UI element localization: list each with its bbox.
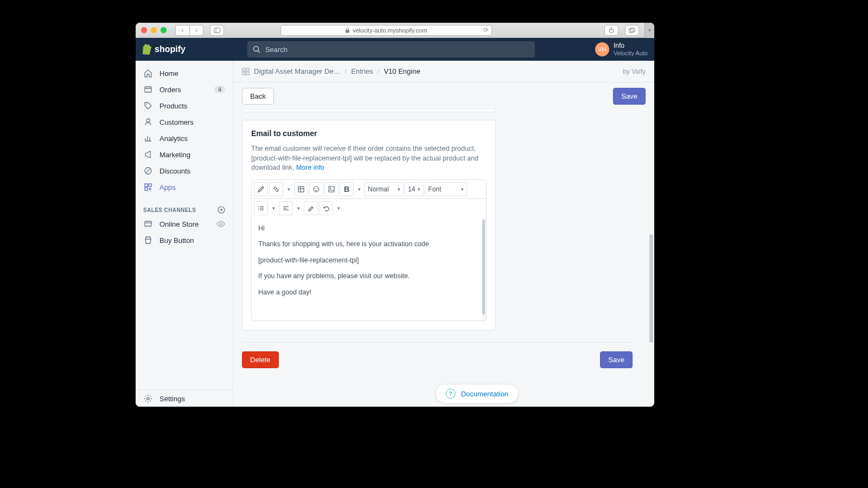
sidebar-toggle-button[interactable] xyxy=(210,25,224,36)
svg-rect-6 xyxy=(630,28,635,31)
customers-icon xyxy=(143,117,153,127)
shopify-logo[interactable]: shopify xyxy=(142,44,186,55)
back-button[interactable]: Back xyxy=(242,88,274,105)
share-icon xyxy=(609,27,614,33)
back-button[interactable]: ‹ xyxy=(175,25,189,36)
tabs-button[interactable] xyxy=(625,25,639,36)
reload-icon[interactable]: ⟳ xyxy=(483,27,488,34)
svg-rect-9 xyxy=(145,87,151,92)
divider xyxy=(242,342,633,343)
size-select[interactable]: 14 xyxy=(405,182,424,196)
home-icon xyxy=(143,68,153,78)
undo-tool[interactable] xyxy=(319,201,333,215)
buy-button-icon xyxy=(143,235,153,245)
online-store-icon xyxy=(143,219,153,229)
sidebar-item-customers[interactable]: Customers xyxy=(136,114,233,130)
emoji-tool[interactable] xyxy=(309,182,323,196)
sidebar-icon xyxy=(214,28,220,33)
breadcrumb-sep: / xyxy=(345,67,347,75)
app-topbar: shopify VH Info Velocity Auto xyxy=(136,38,654,61)
user-menu[interactable]: VH Info Velocity Auto xyxy=(595,42,648,56)
tabs-icon xyxy=(629,28,635,33)
discounts-icon xyxy=(143,166,153,176)
svg-point-30 xyxy=(258,206,259,207)
documentation-button[interactable]: ? Documentation xyxy=(436,384,519,403)
font-select[interactable]: Font xyxy=(425,182,467,196)
main-content: Digital Asset Manager De… / Entries / V1… xyxy=(233,61,654,407)
main-scrollbar[interactable] xyxy=(649,234,653,343)
minimize-window-icon[interactable] xyxy=(151,27,157,33)
more-info-link[interactable]: More info xyxy=(296,164,324,171)
body-split: Home Orders 4 Products Customers A xyxy=(136,61,654,407)
bold-dropdown-icon[interactable]: ▾ xyxy=(355,182,363,196)
clear-format-tool[interactable] xyxy=(304,201,318,215)
new-tab-button[interactable]: + xyxy=(644,23,654,38)
sidebar-item-home[interactable]: Home xyxy=(136,65,233,81)
email-line: Hi xyxy=(258,224,475,234)
svg-rect-13 xyxy=(145,184,148,187)
edit-tool[interactable] xyxy=(254,182,268,196)
close-window-icon[interactable] xyxy=(141,27,147,33)
bold-tool[interactable]: B xyxy=(340,182,354,196)
save-button[interactable]: Save xyxy=(613,88,646,105)
user-text: Info Velocity Auto xyxy=(614,42,648,56)
sidebar-item-analytics[interactable]: Analytics xyxy=(136,130,233,146)
save-button-bottom[interactable]: Save xyxy=(600,351,633,368)
link-dropdown-icon[interactable]: ▾ xyxy=(284,182,293,196)
sidebar-item-orders[interactable]: Orders 4 xyxy=(136,81,233,98)
breadcrumb-sep: / xyxy=(378,67,380,75)
sidebar-item-online-store[interactable]: Online Store xyxy=(136,216,233,232)
apps-icon xyxy=(143,182,153,192)
sidebar-item-label: Products xyxy=(159,102,187,110)
maximize-window-icon[interactable] xyxy=(161,27,167,33)
link-tool[interactable] xyxy=(269,182,283,196)
marketing-icon xyxy=(143,150,153,159)
align-tool[interactable] xyxy=(279,201,293,215)
help-icon: ? xyxy=(446,389,456,399)
svg-rect-21 xyxy=(246,68,249,71)
delete-button[interactable]: Delete xyxy=(242,351,279,368)
avatar: VH xyxy=(595,42,609,56)
svg-point-31 xyxy=(258,208,259,209)
search-input[interactable] xyxy=(265,46,529,54)
share-button[interactable] xyxy=(604,25,618,36)
editor-toolbar-row2: ▾ ▾ ▾ xyxy=(252,199,486,217)
svg-rect-28 xyxy=(329,187,334,192)
breadcrumb-entries[interactable]: Entries xyxy=(351,67,373,75)
align-dropdown-icon[interactable]: ▾ xyxy=(294,201,303,215)
sidebar-item-label: Marketing xyxy=(159,151,190,159)
sidebar-item-settings[interactable]: Settings xyxy=(136,390,233,407)
svg-rect-20 xyxy=(242,68,245,71)
user-line2: Velocity Auto xyxy=(614,50,648,56)
list-tool[interactable] xyxy=(254,201,268,215)
sidebar-item-marketing[interactable]: Marketing xyxy=(136,146,233,163)
forward-button[interactable]: › xyxy=(189,25,203,36)
sidebar-item-buy-button[interactable]: Buy Button xyxy=(136,232,233,248)
svg-rect-15 xyxy=(145,188,148,190)
address-bar[interactable]: velocity-auto.myshopify.com ⟳ xyxy=(280,25,492,36)
view-store-icon[interactable] xyxy=(216,221,225,227)
sidebar-item-label: Apps xyxy=(159,183,176,191)
editor-textarea[interactable]: Hi Thanks for shopping with us, here is … xyxy=(252,217,486,320)
svg-point-18 xyxy=(220,223,222,225)
editor-toolbar-row1: ▾ B ▾ Normal 14 Font xyxy=(252,180,486,199)
format-select[interactable]: Normal xyxy=(365,182,404,196)
breadcrumb-root[interactable]: Digital Asset Manager De… xyxy=(254,67,341,75)
table-tool[interactable] xyxy=(294,182,308,196)
sidebar-item-label: Online Store xyxy=(159,220,199,228)
email-line: If you have any problems, please visit o… xyxy=(258,272,475,281)
editor-scrollbar[interactable] xyxy=(482,220,485,314)
products-icon xyxy=(143,101,153,111)
add-channel-icon[interactable] xyxy=(218,206,225,214)
sidebar-item-apps[interactable]: Apps xyxy=(136,179,233,195)
undo-dropdown-icon[interactable]: ▾ xyxy=(334,201,343,215)
sidebar-item-discounts[interactable]: Discounts xyxy=(136,163,233,179)
image-tool[interactable] xyxy=(324,182,339,196)
sidebar-item-products[interactable]: Products xyxy=(136,98,233,114)
email-card: Email to customer The email customer wil… xyxy=(242,120,496,330)
svg-point-11 xyxy=(146,119,150,122)
sidebar-channels-heading: SALES CHANNELS xyxy=(136,200,233,216)
search-field[interactable] xyxy=(247,41,535,57)
search-icon xyxy=(253,46,261,54)
list-dropdown-icon[interactable]: ▾ xyxy=(269,201,278,215)
